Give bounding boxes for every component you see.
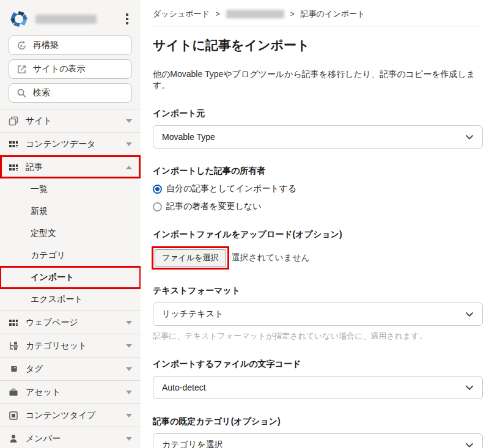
- text-format-select[interactable]: リッチテキスト: [153, 303, 483, 326]
- breadcrumb-separator: >: [216, 10, 220, 18]
- sidebar-item-category-set[interactable]: カテゴリセット: [0, 334, 141, 357]
- kebab-menu-icon[interactable]: [121, 11, 133, 27]
- text-format-label: テキストフォーマット: [153, 285, 483, 296]
- view-site-button[interactable]: サイトの表示: [9, 59, 132, 79]
- import-source-value: Movable Type: [162, 132, 215, 142]
- sidebar-item-label: アセット: [26, 387, 61, 398]
- app-window: 再構築 サイトの表示 検索: [0, 0, 489, 448]
- sidebar-item-tag[interactable]: タグ: [0, 357, 141, 380]
- sidebar-item-label: タグ: [26, 364, 43, 375]
- owner-option-keep-label: 記事の著者を変更しない: [166, 201, 262, 212]
- subitem-label: インポート: [31, 272, 74, 283]
- subitem-label: 新規: [31, 206, 48, 217]
- sidebar-header: [0, 0, 141, 35]
- chevron-down-icon: [126, 367, 132, 371]
- chevron-down-icon: [126, 142, 132, 146]
- webpage-icon: [9, 318, 18, 328]
- default-category-label: 記事の既定カテゴリ(オプション): [153, 416, 483, 427]
- breadcrumb-current: 記事のインポート: [301, 9, 366, 20]
- encoding-value: Auto-detect: [162, 383, 206, 392]
- breadcrumb-divider: [153, 26, 482, 26]
- breadcrumb: ダッシュボード > > 記事のインポート: [153, 6, 483, 26]
- default-category-select[interactable]: カテゴリを選択: [153, 433, 483, 448]
- sidebar-item-label: カテゴリセット: [26, 340, 87, 351]
- sidebar-subitem-entry-export[interactable]: エクスポート: [0, 288, 141, 310]
- main-content: ダッシュボード > > 記事のインポート サイトに記事をインポート 他のMova…: [141, 0, 489, 448]
- sidebar-item-content-type[interactable]: コンテンツタイプ: [0, 403, 141, 427]
- owner-option-self-label: 自分の記事としてインポートする: [166, 183, 296, 194]
- sidebar-item-label: コンテンツデータ: [26, 139, 95, 150]
- sidebar-subitem-entry-new[interactable]: 新規: [0, 200, 141, 222]
- member-icon: [9, 434, 18, 444]
- owner-option-self[interactable]: 自分の記事としてインポートする: [153, 183, 483, 194]
- breadcrumb-separator: >: [290, 10, 295, 18]
- sidebar-item-asset[interactable]: アセット: [0, 380, 141, 403]
- sidebar-item-site[interactable]: サイト: [0, 109, 141, 132]
- subitem-label: 一覧: [31, 184, 48, 195]
- chevron-down-icon: [126, 414, 132, 417]
- entry-icon: [9, 163, 18, 172]
- sidebar-subitem-entry-import[interactable]: インポート: [0, 266, 141, 288]
- chevron-down-icon: [126, 119, 132, 123]
- sidebar-subitem-entry-boilerplate[interactable]: 定型文: [0, 222, 141, 244]
- sidebar: 再構築 サイトの表示 検索: [0, 0, 141, 448]
- radio-selected-icon[interactable]: [153, 185, 162, 194]
- site-name-redacted: [35, 15, 97, 24]
- search-icon: [17, 88, 27, 98]
- chevron-down-icon: [465, 442, 474, 448]
- sidebar-item-member[interactable]: メンバー: [0, 427, 141, 448]
- chevron-down-icon: [126, 321, 132, 325]
- content-data-icon: [9, 139, 18, 149]
- owner-label: インポートした記事の所有者: [153, 166, 483, 177]
- import-source-select[interactable]: Movable Type: [153, 125, 483, 149]
- chevron-down-icon: [126, 391, 132, 394]
- breadcrumb-site-name-redacted[interactable]: [226, 10, 284, 18]
- category-set-icon: [9, 341, 18, 351]
- chevron-down-icon: [465, 134, 474, 140]
- sidebar-item-label: ウェブページ: [26, 317, 78, 328]
- chevron-down-icon: [465, 312, 474, 317]
- sidebar-item-content-data[interactable]: コンテンツデータ: [0, 132, 141, 155]
- import-source-label: インポート元: [153, 108, 483, 119]
- rebuild-label: 再構築: [33, 40, 59, 51]
- content-type-icon: [9, 411, 18, 420]
- sidebar-item-entry[interactable]: 記事: [0, 155, 141, 178]
- page-title: サイトに記事をインポート: [153, 37, 483, 54]
- sidebar-item-label: サイト: [26, 116, 52, 127]
- owner-option-keep[interactable]: 記事の著者を変更しない: [153, 201, 483, 212]
- movable-type-logo-icon: [9, 9, 29, 29]
- radio-unselected-icon[interactable]: [153, 202, 162, 211]
- rebuild-button[interactable]: 再構築: [9, 35, 132, 55]
- sidebar-item-label: コンテンツタイプ: [26, 410, 96, 421]
- search-button[interactable]: 検索: [9, 83, 132, 103]
- asset-icon: [9, 387, 18, 397]
- subitem-label: エクスポート: [31, 294, 83, 305]
- subitem-label: カテゴリ: [31, 250, 65, 261]
- breadcrumb-dashboard[interactable]: ダッシュボード: [153, 9, 210, 20]
- chevron-down-icon: [126, 344, 132, 348]
- tag-icon: [9, 364, 18, 374]
- site-icon: [9, 116, 18, 126]
- view-site-icon: [17, 64, 27, 75]
- encoding-label: インポートするファイルの文字コード: [153, 359, 483, 370]
- text-format-hint: 記事に、テキストフォーマットが指定されていない場合に、適用されます。: [153, 331, 483, 342]
- chevron-up-icon: [126, 166, 132, 169]
- page-description: 他のMovable Typeやブログツールから記事を移行したり、記事のコピーを作…: [153, 69, 483, 91]
- chevron-down-icon: [126, 437, 132, 441]
- rebuild-icon: [17, 40, 27, 51]
- encoding-select[interactable]: Auto-detect: [153, 376, 483, 399]
- file-button-annotation-box: ファイルを選択: [153, 248, 228, 268]
- default-category-value: カテゴリを選択: [162, 439, 223, 448]
- upload-label: インポートファイルをアップロード(オプション): [153, 229, 483, 240]
- view-site-label: サイトの表示: [33, 64, 85, 75]
- sidebar-item-label: 記事: [26, 162, 43, 173]
- sidebar-subitem-entry-category[interactable]: カテゴリ: [0, 244, 141, 266]
- sidebar-subitem-entry-list[interactable]: 一覧: [0, 178, 141, 200]
- choose-file-button[interactable]: ファイルを選択: [155, 249, 226, 266]
- search-label: 検索: [33, 87, 50, 98]
- text-format-value: リッチテキスト: [162, 309, 223, 320]
- sidebar-item-webpage[interactable]: ウェブページ: [0, 310, 141, 334]
- file-upload-row: ファイルを選択 選択されていません: [153, 248, 483, 268]
- sidebar-menu: サイト コンテンツデータ: [0, 109, 141, 448]
- file-status-text: 選択されていません: [232, 252, 310, 263]
